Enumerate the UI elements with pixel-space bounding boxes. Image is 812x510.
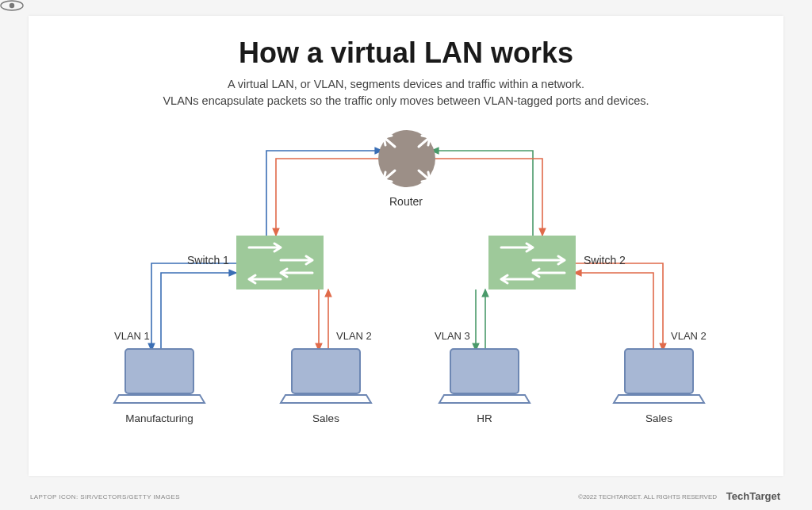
svg-rect-5 (450, 349, 519, 393)
device-1-label: Manufacturing (104, 412, 215, 424)
switch-1-label: Switch 1 (187, 254, 229, 267)
vlan-3-label: VLAN 3 (435, 330, 470, 342)
switch-2-icon (488, 236, 576, 290)
laptop-2-icon (281, 349, 371, 403)
credits-text: LAPTOP ICON: SIR/VECTORS/GETTY IMAGES (30, 493, 180, 500)
laptop-1-icon (114, 349, 205, 403)
svg-rect-3 (125, 349, 193, 393)
switch-1-icon (236, 236, 324, 290)
vlan-2a-label: VLAN 2 (336, 330, 372, 342)
laptop-4-icon (614, 349, 704, 403)
device-4-label: Sales (603, 412, 714, 424)
brand-text: TechTarget (726, 490, 780, 502)
diagram-canvas: How a virtual LAN works A virtual LAN, o… (29, 16, 783, 476)
switch-2-label: Switch 2 (584, 254, 626, 267)
router-icon (378, 130, 435, 187)
nodes-layer (29, 16, 783, 476)
router-label: Router (389, 195, 423, 208)
vlan-1-label: VLAN 1 (114, 330, 150, 342)
copyright-text: ©2022 TECHTARGET. ALL RIGHTS RESERVED (578, 493, 717, 500)
svg-rect-4 (292, 349, 360, 393)
brand-eye-icon (0, 0, 24, 11)
vlan-2b-label: VLAN 2 (671, 330, 707, 342)
svg-rect-6 (625, 349, 693, 393)
device-3-label: HR (429, 412, 540, 424)
laptop-3-icon (439, 349, 530, 403)
svg-point-8 (10, 3, 14, 8)
device-2-label: Sales (270, 412, 381, 424)
